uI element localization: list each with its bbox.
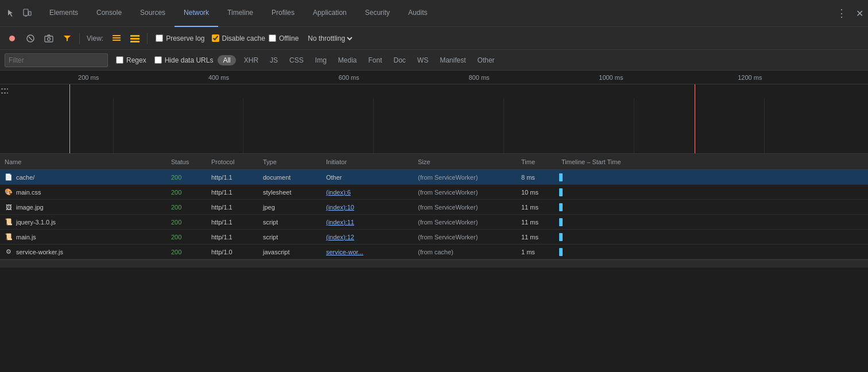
ruler-tick-400: 400 ms — [208, 71, 229, 84]
cell-size: (from ServiceWorker) — [413, 204, 517, 211]
svg-rect-9 — [113, 37, 121, 38]
disable-cache-label[interactable]: Disable cache — [222, 34, 265, 42]
tab-console[interactable]: Console — [87, 0, 131, 27]
filter-type-js[interactable]: JS — [266, 55, 281, 65]
initiator-link[interactable]: (index):6 — [326, 189, 351, 196]
tab-elements[interactable]: Elements — [40, 0, 87, 27]
cell-name: ⚙ service-worker.js — [0, 248, 166, 256]
svg-point-7 — [48, 37, 51, 40]
img-icon: 🖼 — [5, 203, 13, 211]
cell-time: 10 ms — [517, 189, 557, 196]
grid-line-3 — [373, 98, 374, 153]
th-timeline[interactable]: Timeline – Start Time — [557, 158, 868, 165]
initiator-link[interactable]: (index):11 — [326, 219, 354, 226]
table-row[interactable]: 📄 cache/ 200 http/1.1 document Other (fr… — [0, 170, 868, 185]
tab-application[interactable]: Application — [304, 0, 356, 27]
th-protocol[interactable]: Protocol — [207, 158, 258, 165]
filter-type-media[interactable]: Media — [335, 55, 361, 65]
clear-button[interactable] — [23, 31, 38, 46]
filter-type-ws[interactable]: WS — [414, 55, 432, 65]
throttle-select[interactable]: No throttling — [305, 34, 354, 43]
filter-type-all[interactable]: All — [218, 55, 235, 65]
cell-initiator: (index):11 — [321, 219, 413, 226]
initiator-link[interactable]: (index):12 — [326, 234, 354, 241]
bottom-scrollbar[interactable] — [0, 259, 868, 268]
hide-data-urls-label[interactable]: Hide data URLs — [165, 56, 214, 64]
initiator-link[interactable]: service-wor... — [326, 249, 363, 255]
filter-type-manifest[interactable]: Manifest — [436, 55, 469, 65]
cell-size: (from ServiceWorker) — [413, 234, 517, 241]
hide-data-urls-checkbox[interactable] — [154, 56, 162, 64]
svg-rect-1 — [29, 11, 31, 16]
large-rows-button[interactable] — [127, 31, 142, 46]
table-row[interactable]: 🖼 image.jpg 200 http/1.1 jpeg (index):10… — [0, 200, 868, 215]
tab-sources[interactable]: Sources — [131, 0, 175, 27]
cell-timeline — [557, 248, 868, 256]
cell-timeline — [557, 218, 868, 226]
toolbar-separator-2 — [147, 33, 148, 44]
filter-type-buttons: All XHR JS CSS Img Media Font Doc WS Man… — [218, 55, 498, 65]
file-name: main.css — [16, 189, 41, 196]
cell-initiator: (index):12 — [321, 234, 413, 241]
filter-type-xhr[interactable]: XHR — [241, 55, 262, 65]
grid-line-4 — [503, 98, 504, 153]
svg-rect-13 — [130, 41, 140, 42]
filter-input[interactable] — [9, 56, 104, 64]
more-options-icon[interactable]: ⋮ — [834, 7, 849, 20]
list-view-button[interactable] — [109, 31, 124, 46]
table-row[interactable]: 📜 main.js 200 http/1.1 script (index):12… — [0, 230, 868, 245]
offline-label[interactable]: Offline — [279, 34, 299, 42]
record-button[interactable] — [5, 31, 20, 46]
cell-protocol: http/1.1 — [207, 219, 258, 226]
cursor-icon[interactable] — [5, 7, 17, 20]
cell-time: 1 ms — [517, 249, 557, 255]
initiator-link[interactable]: (index):10 — [326, 204, 354, 211]
cell-protocol: http/1.0 — [207, 249, 258, 255]
th-size[interactable]: Size — [413, 158, 517, 165]
svg-point-3 — [9, 36, 15, 41]
tab-security[interactable]: Security — [356, 0, 399, 27]
timeline-mini-bar — [559, 248, 563, 256]
regex-label[interactable]: Regex — [126, 56, 146, 64]
screenshot-button[interactable] — [41, 31, 56, 46]
filter-type-img[interactable]: Img — [312, 55, 330, 65]
svg-rect-6 — [45, 36, 53, 42]
cell-name: 📄 cache/ — [0, 173, 166, 181]
cell-time: 11 ms — [517, 219, 557, 226]
timeline-chart — [0, 84, 868, 153]
tab-timeline[interactable]: Timeline — [218, 0, 262, 27]
table-row[interactable]: ⚙ service-worker.js 200 http/1.0 javascr… — [0, 245, 868, 259]
tab-audits[interactable]: Audits — [399, 0, 436, 27]
disable-cache-checkbox[interactable] — [212, 34, 219, 42]
tab-network[interactable]: Network — [175, 0, 218, 27]
table-row[interactable]: 📜 jquery-3.1.0.js 200 http/1.1 script (i… — [0, 215, 868, 230]
cell-type: script — [258, 219, 321, 226]
timeline-area: 200 ms 400 ms 600 ms 800 ms 1000 ms 1200… — [0, 71, 868, 154]
toolbar-separator-1 — [79, 33, 80, 44]
filter-type-css[interactable]: CSS — [286, 55, 307, 65]
th-status[interactable]: Status — [166, 158, 207, 165]
offline-checkbox[interactable] — [269, 34, 276, 42]
device-icon[interactable] — [21, 7, 33, 20]
cell-name: 🎨 main.css — [0, 188, 166, 196]
timeline-mini-bar — [559, 218, 563, 226]
th-initiator[interactable]: Initiator — [321, 158, 413, 165]
regex-checkbox[interactable] — [116, 56, 123, 64]
cell-time: 11 ms — [517, 204, 557, 211]
preserve-log-checkbox[interactable] — [156, 34, 163, 42]
table-row[interactable]: 🎨 main.css 200 http/1.1 stylesheet (inde… — [0, 185, 868, 200]
filter-type-doc[interactable]: Doc — [390, 55, 409, 65]
cell-status: 200 — [166, 219, 207, 226]
cell-status: 200 — [166, 189, 207, 196]
filter-type-other[interactable]: Other — [474, 55, 498, 65]
th-name[interactable]: Name — [0, 158, 166, 165]
th-time[interactable]: Time — [517, 158, 557, 165]
filter-type-font[interactable]: Font — [365, 55, 386, 65]
preserve-log-label[interactable]: Preserve log — [166, 34, 204, 42]
filter-button[interactable] — [60, 31, 75, 46]
close-icon[interactable]: ✕ — [856, 8, 863, 19]
th-type[interactable]: Type — [258, 158, 321, 165]
filter-input-wrap — [5, 53, 108, 67]
tab-profiles[interactable]: Profiles — [262, 0, 304, 27]
view-label: View: — [87, 34, 103, 42]
